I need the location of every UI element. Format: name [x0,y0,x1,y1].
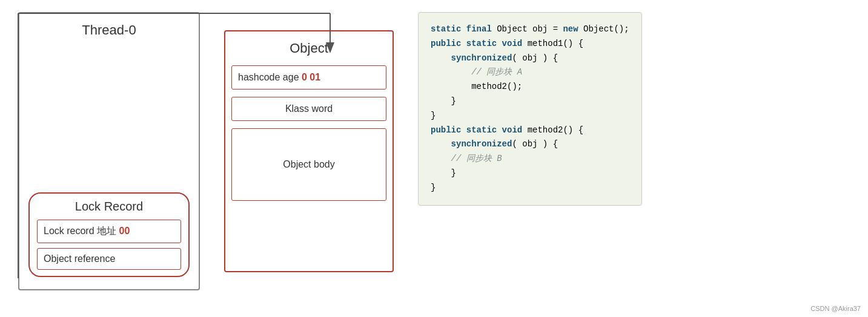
code-line: // 同步块 A [431,65,629,80]
lock-record-outer: Lock Record Lock record 地址 00 Object ref… [28,192,190,277]
hashcode-box: hashcode age 0 01 [231,65,386,90]
thread-box: Thread-0 Lock Record Lock record 地址 00 O… [18,12,200,290]
code-line: public static void method2() { [431,123,629,138]
code-line: // 同步块 B [431,152,629,166]
lock-record-addr-value: 00 [119,226,130,236]
object-box: Object hashcode age 0 01 Klass word Obje… [224,30,394,272]
watermark: CSDN @Akira37 [810,305,861,312]
hashcode-value: 0 01 [302,72,320,82]
object-section: Object hashcode age 0 01 Klass word Obje… [224,30,394,272]
klass-box: Klass word [231,97,386,121]
code-line: } [431,109,629,123]
lock-record-ref: Object reference [37,248,181,270]
lock-record-addr: Lock record 地址 00 [37,220,181,243]
object-body-box: Object body [231,128,386,201]
code-line: static final Object obj = new Object(); [431,22,629,37]
code-line: public static void method1() { [431,37,629,51]
code-line: } [431,94,629,109]
thread-title: Thread-0 [25,22,193,38]
code-line: } [431,166,629,181]
object-body-label: Object body [283,159,334,170]
code-box: static final Object obj = new Object();p… [418,12,642,206]
hashcode-label: hashcode age [238,72,302,82]
klass-label: Klass word [285,103,333,114]
code-line: } [431,181,629,195]
lock-record-addr-label: Lock record 地址 [44,226,119,236]
code-line: method2(); [431,80,629,94]
object-title: Object [231,41,386,56]
code-line: synchronized( obj ) { [431,51,629,66]
lock-record-title: Lock Record [37,200,181,214]
object-reference-label: Object reference [44,253,115,264]
code-line: synchronized( obj ) { [431,137,629,152]
main-layout: Thread-0 Lock Record Lock record 地址 00 O… [0,0,868,317]
